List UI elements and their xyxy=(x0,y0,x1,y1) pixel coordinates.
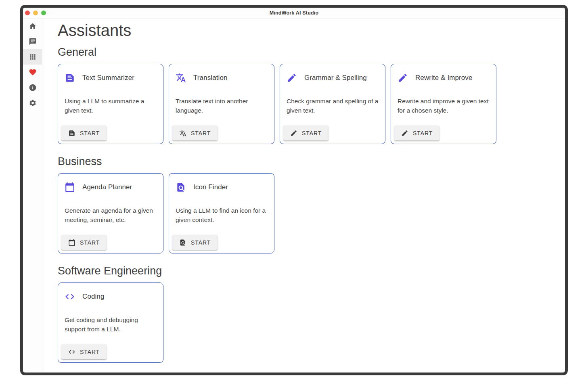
start-coding-button[interactable]: START xyxy=(61,344,107,359)
find-page-icon xyxy=(176,182,186,193)
pencil-icon xyxy=(398,73,408,83)
start-button-label: START xyxy=(413,130,433,136)
start-icon-finder-button[interactable]: START xyxy=(172,235,218,250)
start-text-summarizer-button[interactable]: START xyxy=(61,126,107,140)
sidebar-item-favorites[interactable] xyxy=(23,65,42,80)
card-title: Translation xyxy=(193,74,228,82)
card-actions: START xyxy=(58,341,163,362)
card-title: Coding xyxy=(82,293,104,301)
start-rewrite-improve-button[interactable]: START xyxy=(394,126,439,140)
card-header: Icon Finder xyxy=(169,174,274,193)
heart-icon xyxy=(29,68,37,76)
card-description: Generate an agenda for a given meeting, … xyxy=(58,206,163,224)
card-title: Text Summarizer xyxy=(82,74,134,82)
sidebar-item-info[interactable] xyxy=(23,80,42,95)
card-title: Agenda Planner xyxy=(82,183,132,191)
home-icon xyxy=(29,22,37,30)
code-icon xyxy=(68,348,75,356)
card-row-software-engineering: Coding Get coding and debugging support … xyxy=(58,283,565,363)
card-agenda-planner: Agenda Planner Generate an agenda for a … xyxy=(58,173,163,253)
card-description: Rewrite and improve a given text for a c… xyxy=(391,96,496,115)
start-button-label: START xyxy=(191,130,211,136)
pencil-icon xyxy=(290,130,297,137)
card-title: Rewrite & Improve xyxy=(415,74,473,82)
card-header: Text Summarizer xyxy=(58,64,163,83)
card-text-summarizer: Text Summarizer Using a LLM to summarize… xyxy=(58,64,163,144)
start-agenda-planner-button[interactable]: START xyxy=(61,235,107,250)
start-translation-button[interactable]: START xyxy=(172,126,218,140)
chat-icon xyxy=(29,38,37,46)
sidebar-item-assistants[interactable] xyxy=(23,49,42,65)
section-heading-business: Business xyxy=(58,155,565,168)
text-snippet-icon xyxy=(68,130,75,137)
card-coding: Coding Get coding and debugging support … xyxy=(58,283,163,363)
page-title: Assistants xyxy=(58,21,565,40)
desktop-background: MindWork AI Studio xyxy=(0,0,588,383)
start-button-label: START xyxy=(302,130,322,136)
calendar-icon xyxy=(65,182,75,193)
sidebar-item-home[interactable] xyxy=(23,19,42,34)
card-actions: START xyxy=(280,122,385,144)
start-button-label: START xyxy=(80,239,100,246)
sidebar xyxy=(23,19,42,372)
start-button-label: START xyxy=(80,130,100,136)
card-header: Coding xyxy=(58,283,163,302)
translate-icon xyxy=(176,73,186,83)
card-actions: START xyxy=(58,232,163,253)
card-title: Grammar & Spelling xyxy=(304,74,367,82)
card-actions: START xyxy=(391,122,496,144)
card-header: Translation xyxy=(169,64,274,83)
sidebar-item-settings[interactable] xyxy=(23,95,42,111)
card-description: Get coding and debugging support from a … xyxy=(58,315,163,334)
find-page-icon xyxy=(179,239,186,246)
calendar-icon xyxy=(68,239,75,246)
window-title: MindWork AI Studio xyxy=(23,10,565,16)
sidebar-item-chats[interactable] xyxy=(23,34,42,49)
start-button-label: START xyxy=(191,239,211,246)
section-heading-general: General xyxy=(58,45,565,59)
card-actions: START xyxy=(58,122,163,144)
pencil-icon xyxy=(287,73,297,83)
card-description: Using a LLM to find an icon for a given … xyxy=(169,206,274,224)
info-icon xyxy=(29,84,37,92)
card-rewrite-improve: Rewrite & Improve Rewrite and improve a … xyxy=(391,64,496,144)
card-row-business: Agenda Planner Generate an agenda for a … xyxy=(58,173,565,253)
start-button-label: START xyxy=(80,349,100,355)
card-header: Agenda Planner xyxy=(58,174,163,193)
section-heading-software-engineering: Software Engineering xyxy=(58,264,565,278)
translate-icon xyxy=(179,130,186,137)
pencil-icon xyxy=(401,130,408,137)
card-description: Using a LLM to summarize a given text. xyxy=(58,96,163,115)
card-header: Grammar & Spelling xyxy=(280,64,385,83)
card-header: Rewrite & Improve xyxy=(391,64,496,83)
app-window: MindWork AI Studio xyxy=(20,5,568,375)
card-description: Check grammar and spelling of a given te… xyxy=(280,96,385,115)
card-grammar-spelling: Grammar & Spelling Check grammar and spe… xyxy=(280,64,385,144)
card-description: Translate text into another language. xyxy=(169,96,274,115)
card-title: Icon Finder xyxy=(193,183,228,191)
card-actions: START xyxy=(169,122,274,144)
card-actions: START xyxy=(169,232,274,253)
code-icon xyxy=(65,291,75,302)
card-icon-finder: Icon Finder Using a LLM to find an icon … xyxy=(169,173,274,253)
text-snippet-icon xyxy=(65,73,75,83)
card-row-general: Text Summarizer Using a LLM to summarize… xyxy=(58,64,565,144)
title-bar: MindWork AI Studio xyxy=(23,8,565,19)
gear-icon xyxy=(29,99,37,107)
card-translation: Translation Translate text into another … xyxy=(169,64,274,144)
main-content: Assistants General Text Summarizer Using… xyxy=(42,19,565,372)
start-grammar-spelling-button[interactable]: START xyxy=(283,126,329,140)
apps-grid-icon xyxy=(29,53,37,61)
